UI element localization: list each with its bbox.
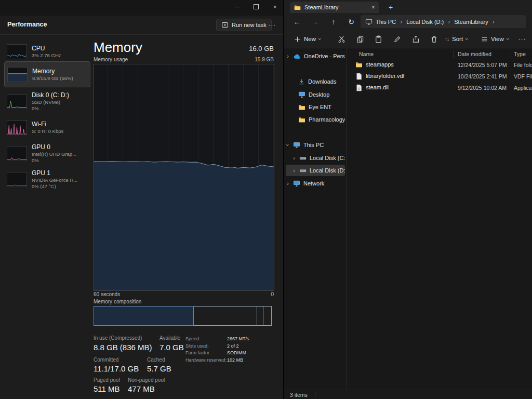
chevron-down-icon: › (505, 38, 511, 40)
breadcrumb-item[interactable]: SteamLibrary (453, 19, 489, 25)
sidebar-item-sub2: 0% (32, 105, 69, 112)
nav-item-label: Pharmacology (309, 116, 345, 123)
chevron-collapsed-icon[interactable]: › (286, 53, 290, 59)
file-icon (356, 73, 362, 80)
plus-icon (294, 36, 301, 43)
perf-tab-memory[interactable]: Memory 8.9/15.9 GB (56%) (4, 61, 90, 87)
status-bar: 3 items (284, 390, 532, 399)
explorer-more-icon[interactable]: ··· (514, 33, 530, 45)
new-button[interactable]: New › (290, 33, 325, 45)
nav-item-desktop[interactable]: Desktop (286, 89, 345, 100)
perf-tab-gpu0[interactable]: GPU 0 Intel(R) UHD Grap... 0% (4, 141, 90, 165)
detail-label: Slots used: (185, 343, 209, 349)
perf-tab-wifi[interactable]: Wi-Fi S: 0 R: 0 Kbps (4, 115, 90, 139)
task-manager-more-icon[interactable]: ··· (266, 20, 278, 30)
sidebar-item-sub: 3% 2.76 GHz (32, 52, 61, 59)
nav-item-network[interactable]: › Network (286, 178, 345, 189)
chevron-right-icon[interactable]: › (491, 18, 496, 25)
up-icon[interactable]: ↑ (327, 16, 340, 28)
perf-tab-gpu1[interactable]: GPU 1 NVIDIA GeForce R... 0% (47 °C) (4, 167, 90, 191)
sidebar-item-sub: NVIDIA GeForce R... (32, 177, 77, 183)
sort-button[interactable]: ↑↓ Sort › (441, 33, 472, 45)
nav-item-local-disk-c[interactable]: › Local Disk (C:) (286, 152, 345, 164)
chevron-collapsed-icon[interactable]: › (292, 167, 296, 174)
view-button[interactable]: View › (477, 33, 513, 45)
back-icon[interactable]: ← (291, 16, 303, 28)
nav-item-downloads[interactable]: Downloads (286, 76, 345, 87)
column-header-type[interactable]: Type (514, 51, 526, 57)
cut-button[interactable] (334, 33, 349, 45)
column-header-modified[interactable]: Date modified (458, 51, 491, 57)
nav-item-label: Downloads (308, 78, 336, 85)
run-new-task-icon (221, 21, 229, 29)
new-tab-icon[interactable]: + (385, 2, 396, 12)
column-divider[interactable] (454, 50, 454, 58)
file-modified: 12/24/2025 5:07 PM (458, 62, 507, 68)
sidebar-item-sub: 8.9/15.9 GB (56%) (32, 75, 73, 82)
nav-item-label: Desktop (309, 91, 329, 98)
chevron-right-icon[interactable]: › (447, 18, 451, 25)
stat-value: 511 MB (94, 384, 120, 393)
chevron-down-icon: › (317, 38, 323, 40)
file-modified: 9/12/2025 10:02 AM (458, 85, 507, 91)
share-button[interactable] (408, 33, 423, 45)
delete-button[interactable] (426, 33, 442, 45)
stat-value: 477 MB (128, 384, 155, 393)
nav-item-pharmacology[interactable]: Pharmacology (286, 114, 345, 125)
file-name: steam.dll (366, 84, 389, 90)
chevron-collapsed-icon[interactable]: › (292, 155, 296, 161)
stat-value: 11.1/17.0 GB (94, 364, 139, 373)
chevron-expanded-icon[interactable]: › (286, 143, 291, 147)
nav-item-label: Local Disk (D:) (310, 167, 345, 174)
onedrive-cloud-icon (293, 54, 301, 59)
task-manager-titlebar: ─ × (0, 0, 283, 16)
detail-label: Speed: (185, 336, 201, 341)
run-new-task-button[interactable]: Run new task (216, 19, 272, 31)
memory-composition-bar (94, 306, 273, 326)
sidebar-item-sub: S: 0 R: 0 Kbps (32, 128, 63, 135)
paste-button[interactable] (370, 33, 386, 45)
copy-button[interactable] (352, 33, 368, 45)
sidebar-item-sub2: 0% (32, 157, 76, 164)
minimize-icon[interactable]: ─ (231, 2, 244, 12)
tab-close-icon[interactable]: × (371, 4, 375, 11)
file-name: steamapps (366, 61, 394, 68)
detail-value: SODIMM (227, 350, 246, 355)
nav-item-eye-ent[interactable]: Eye ENT (286, 101, 345, 113)
dll-file-icon (356, 84, 362, 91)
stat-label: In use (Compressed) (94, 335, 142, 341)
folder-icon (298, 104, 305, 110)
column-divider[interactable] (511, 50, 511, 58)
new-button-label: New (304, 36, 316, 42)
rename-button[interactable] (389, 33, 405, 45)
maximize-icon[interactable] (249, 2, 263, 12)
stat-value: 8.8 GB (836 MB) (94, 343, 152, 352)
breadcrumb[interactable]: This PC › Local Disk (D:) › SteamLibrary… (361, 15, 526, 28)
perf-tab-cpu[interactable]: CPU 3% 2.76 GHz (4, 39, 90, 63)
detail-value: 2667 MT/s (227, 336, 249, 341)
chevron-collapsed-icon[interactable]: › (286, 180, 290, 187)
column-header-name[interactable]: Name (359, 51, 374, 57)
composition-segment-in-use (94, 306, 194, 326)
explorer-tab[interactable]: SteamLibrary × (290, 2, 379, 13)
stat-label: Committed (94, 357, 118, 363)
breadcrumb-item[interactable]: Local Disk (D:) (405, 19, 445, 25)
nav-item-this-pc[interactable]: › This PC (286, 139, 345, 151)
close-icon[interactable]: × (268, 2, 282, 12)
forward-icon[interactable]: → (309, 16, 321, 28)
sidebar-item-sub: Intel(R) UHD Grap... (32, 151, 76, 157)
nav-item-local-disk-d[interactable]: › Local Disk (D:) (286, 165, 345, 176)
network-icon (293, 180, 300, 187)
nav-item-onedrive[interactable]: › OneDrive - Persona (286, 50, 345, 62)
pane-divider[interactable] (346, 48, 347, 390)
perf-tab-disk0[interactable]: Disk 0 (C: D:) SSD (NVMe) 0% (4, 89, 90, 113)
sidebar-item-sub2: 0% (47 °C) (32, 183, 77, 190)
breadcrumb-item[interactable]: This PC (375, 19, 397, 25)
file-name: libraryfolder.vdf (366, 73, 405, 79)
stat-label: Paged pool (94, 377, 120, 383)
chevron-right-icon[interactable]: › (399, 18, 403, 25)
maximize-box-icon (254, 4, 259, 9)
refresh-icon[interactable]: ↻ (345, 16, 357, 28)
status-divider (315, 392, 315, 398)
more-dots: ··· (518, 35, 526, 43)
